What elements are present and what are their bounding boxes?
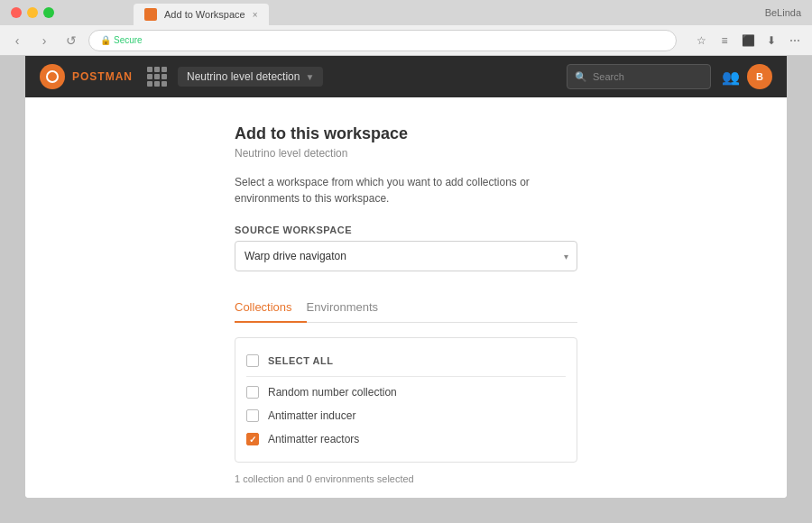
list-item: Antimatter inducer — [246, 404, 566, 427]
tab-collections[interactable]: Collections — [235, 293, 307, 323]
modal-subtitle: Neutrino level detection — [235, 147, 577, 160]
app-header: POSTMAN Neutrino level detection ▼ 🔍 Sea… — [25, 56, 787, 97]
collection-checkbox-antimatter-inducer[interactable] — [246, 409, 259, 422]
workspace-name: Neutrino level detection — [187, 70, 300, 83]
reader-icon[interactable]: ≡ — [715, 31, 734, 50]
modal-title: Add to this workspace — [235, 124, 577, 143]
collections-box: SELECT ALL Random number collection Anti… — [235, 337, 577, 463]
postman-text: POSTMAN — [72, 70, 133, 83]
modal-description: Select a workspace from which you want t… — [235, 174, 577, 206]
postman-logo: POSTMAN — [40, 64, 133, 89]
people-icon[interactable]: 👥 — [722, 69, 740, 86]
close-button[interactable] — [11, 7, 22, 18]
user-avatar[interactable]: B — [747, 64, 772, 89]
header-user-icons: 👥 B — [722, 64, 772, 89]
address-bar: ‹ › ↺ 🔒 Secure ☆ ≡ ⬛ ⬇ ⋯ — [0, 25, 812, 56]
extensions-icon[interactable]: ⬛ — [738, 31, 758, 50]
secure-badge: 🔒 Secure — [100, 35, 143, 45]
header-search[interactable]: 🔍 Search — [567, 64, 711, 89]
selection-info: 1 collection and 0 environments selected — [235, 473, 577, 484]
select-all-row: SELECT ALL — [246, 349, 566, 377]
search-icon: 🔍 — [575, 71, 587, 83]
collection-checkbox-random[interactable] — [246, 386, 259, 399]
tab-favicon — [144, 8, 157, 21]
toolbar-icons: ☆ ≡ ⬛ ⬇ ⋯ — [691, 31, 805, 50]
lock-icon: 🔒 — [100, 35, 111, 45]
modal-content: Add to this workspace Neutrino level det… — [235, 124, 577, 471]
collection-label-antimatter-inducer: Antimatter inducer — [268, 409, 355, 422]
app-container: POSTMAN Neutrino level detection ▼ 🔍 Sea… — [25, 56, 787, 498]
source-workspace-label: Source Workspace — [235, 225, 577, 235]
maximize-button[interactable] — [43, 7, 54, 18]
title-bar: Add to Workspace × BeLinda — [0, 0, 812, 25]
collection-label-antimatter-reactors: Antimatter reactors — [268, 433, 359, 445]
source-workspace-select[interactable]: Warp drive navigaton — [235, 241, 577, 271]
minimize-button[interactable] — [27, 7, 38, 18]
select-all-checkbox[interactable] — [246, 354, 259, 367]
tab-close-button[interactable]: × — [253, 10, 258, 20]
traffic-lights — [11, 7, 54, 18]
postman-icon-inner — [46, 70, 59, 83]
browser-chrome: Add to Workspace × BeLinda ‹ › ↺ 🔒 Secur… — [0, 0, 812, 56]
tab-environments[interactable]: Environments — [307, 293, 392, 323]
back-button[interactable]: ‹ — [7, 31, 27, 50]
list-item: Random number collection — [246, 381, 566, 404]
url-bar[interactable]: 🔒 Secure — [88, 30, 677, 51]
download-icon[interactable]: ⬇ — [761, 31, 781, 50]
refresh-button[interactable]: ↺ — [61, 31, 81, 50]
tabs-bar: Collections Environments — [235, 293, 577, 323]
title-bar-user: BeLinda — [765, 7, 801, 18]
postman-icon — [40, 64, 65, 89]
workspace-dropdown-icon: ▼ — [305, 72, 314, 82]
select-all-label: SELECT ALL — [268, 355, 333, 366]
source-workspace-wrapper: Warp drive navigaton ▾ — [235, 241, 577, 271]
search-placeholder: Search — [593, 71, 624, 82]
grid-icon[interactable] — [147, 67, 167, 87]
bookmark-icon[interactable]: ☆ — [691, 31, 711, 50]
collection-checkbox-antimatter-reactors[interactable] — [246, 433, 259, 445]
browser-tab[interactable]: Add to Workspace × — [134, 4, 269, 25]
tab-title: Add to Workspace — [164, 9, 245, 20]
list-item: Antimatter reactors — [246, 427, 566, 451]
app-body: Add to this workspace Neutrino level det… — [25, 97, 787, 498]
forward-button[interactable]: › — [34, 31, 54, 50]
collection-label-random: Random number collection — [268, 386, 397, 399]
more-icon[interactable]: ⋯ — [785, 31, 805, 50]
workspace-selector[interactable]: Neutrino level detection ▼ — [178, 67, 323, 87]
